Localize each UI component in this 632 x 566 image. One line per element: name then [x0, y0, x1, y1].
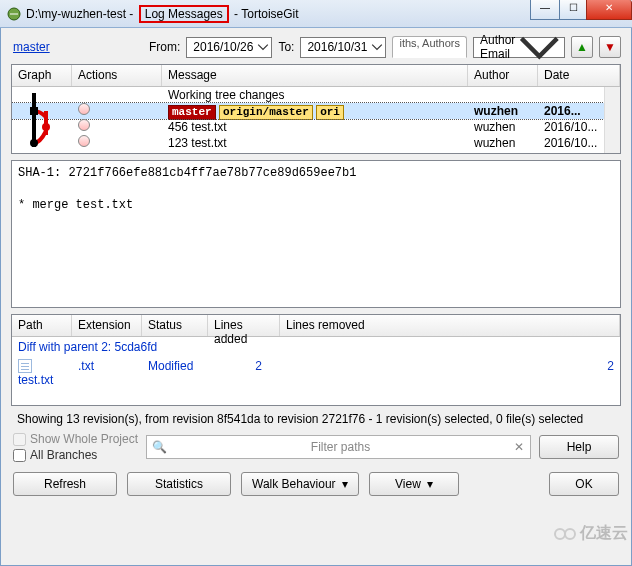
ok-button[interactable]: OK — [549, 472, 619, 496]
col-status[interactable]: Status — [142, 315, 208, 336]
commit-list: Graph Actions Message Author Date Workin… — [11, 64, 621, 154]
col-graph[interactable]: Graph — [12, 65, 72, 86]
chevron-down-icon — [257, 41, 269, 53]
commit-row[interactable]: 456 test.txt wuzhen 2016/10... — [12, 119, 620, 135]
clear-filter-icon[interactable]: ✕ — [512, 440, 526, 454]
app-icon — [6, 6, 22, 22]
filter-combo[interactable]: Author Email — [473, 37, 565, 58]
refresh-button[interactable]: Refresh — [13, 472, 117, 496]
col-date[interactable]: Date — [538, 65, 620, 86]
arrow-down-button[interactable]: ▼ — [599, 36, 621, 58]
col-author[interactable]: Author — [468, 65, 538, 86]
maximize-button[interactable]: ☐ — [559, 0, 587, 20]
commit-details[interactable]: SHA-1: 2721f766efe881cb4ff7ae78b77ce89d6… — [11, 160, 621, 308]
walk-behaviour-button[interactable]: Walk Behaviour ▾ — [241, 472, 359, 496]
title-bar: D:\my-wuzhen-test - Log Messages - Torto… — [0, 0, 632, 28]
to-date-picker[interactable]: 2016/10/31 — [300, 37, 386, 58]
action-icon — [78, 103, 90, 115]
search-icon: 🔍 — [151, 440, 167, 454]
commit-row[interactable]: 123 test.txt wuzhen 2016/10... — [12, 135, 620, 151]
scrollbar[interactable] — [604, 87, 620, 153]
status-line: Showing 13 revision(s), from revision 8f… — [1, 406, 631, 430]
buttons-row: Refresh Statistics Walk Behaviour ▾ View… — [1, 464, 631, 506]
help-button[interactable]: Help — [539, 435, 619, 459]
commit-row-selected[interactable]: master origin/master ori wuzhen 2016... — [12, 103, 620, 119]
file-list: Path Extension Status Lines added Lines … — [11, 314, 621, 406]
chevron-down-icon — [517, 25, 562, 70]
file-row[interactable]: test.txt .txt Modified 2 2 — [12, 357, 620, 389]
show-whole-project-checkbox: Show Whole Project — [13, 432, 138, 446]
ref-remote: origin/master — [219, 105, 313, 120]
filter-tab[interactable]: iths, Authors — [392, 36, 467, 58]
view-button[interactable]: View ▾ — [369, 472, 459, 496]
commit-list-body[interactable]: Working tree changes master origin/maste… — [12, 87, 620, 153]
file-list-header: Path Extension Status Lines added Lines … — [12, 315, 620, 337]
window-title: D:\my-wuzhen-test - Log Messages - Torto… — [26, 7, 299, 21]
minimize-button[interactable]: — — [530, 0, 560, 20]
file-icon — [18, 359, 32, 373]
arrow-up-button[interactable]: ▲ — [571, 36, 593, 58]
col-message[interactable]: Message — [162, 65, 468, 86]
options-row: Show Whole Project All Branches 🔍 Filter… — [1, 430, 631, 464]
col-actions[interactable]: Actions — [72, 65, 162, 86]
diff-parent-header[interactable]: Diff with parent 2: 5cda6fd — [12, 337, 620, 357]
filter-paths-input[interactable]: 🔍 Filter paths ✕ — [146, 435, 531, 459]
close-button[interactable]: ✕ — [586, 0, 632, 20]
col-added[interactable]: Lines added — [208, 315, 280, 336]
commit-list-header: Graph Actions Message Author Date — [12, 65, 620, 87]
statistics-button[interactable]: Statistics — [127, 472, 231, 496]
chevron-down-icon — [371, 41, 383, 53]
col-removed[interactable]: Lines removed — [280, 315, 620, 336]
commit-row-working[interactable]: Working tree changes — [12, 87, 620, 103]
col-ext[interactable]: Extension — [72, 315, 142, 336]
to-label: To: — [278, 40, 294, 54]
from-label: From: — [149, 40, 180, 54]
filter-bar: master From: 2016/10/26 To: 2016/10/31 i… — [1, 28, 631, 64]
branch-link[interactable]: master — [13, 40, 50, 54]
col-path[interactable]: Path — [12, 315, 72, 336]
action-icon — [78, 135, 90, 147]
from-date-picker[interactable]: 2016/10/26 — [186, 37, 272, 58]
action-icon — [78, 119, 90, 131]
ref-master: master — [168, 105, 216, 120]
title-highlight: Log Messages — [139, 5, 229, 23]
ref-remote: ori — [316, 105, 344, 120]
all-branches-checkbox[interactable]: All Branches — [13, 448, 138, 462]
